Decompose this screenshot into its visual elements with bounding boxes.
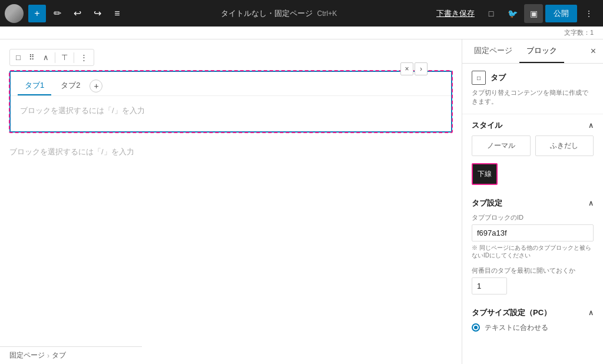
- tab-content-placeholder: ブロックを選択するには「/」を入力: [20, 105, 442, 116]
- style-buttons-group: ノーマル ふきだし: [462, 135, 603, 163]
- tab-settings-header: タブ設定 ∧: [462, 192, 603, 213]
- tab-size-option-1-label: テキストに合わせる: [485, 323, 548, 333]
- tab-nav-button[interactable]: ›: [415, 62, 428, 75]
- tab-headers: タブ1 タブ2 +: [11, 72, 451, 96]
- tab-block-container: × › タブ1 タブ2 + ブロックを選択するには「/」を入力: [9, 71, 452, 133]
- open-tab-input[interactable]: [472, 277, 507, 294]
- panel-close-button[interactable]: ×: [588, 44, 598, 59]
- more-options-icon[interactable]: ⋮: [579, 4, 598, 23]
- outside-block-placeholder: ブロックを選択するには「/」を入力: [9, 142, 452, 162]
- tab-size-label: タブサイズ設定（PC）: [472, 307, 551, 318]
- pen-icon[interactable]: ✏: [48, 5, 66, 22]
- shortcut-text: Ctrl+K: [317, 9, 337, 18]
- save-draft-button[interactable]: 下書き保存: [432, 5, 479, 22]
- block-info-header: □ タブ: [472, 71, 594, 85]
- tab-content: ブロックを選択するには「/」を入力: [11, 96, 451, 131]
- breadcrumb-parent: 固定ページ: [9, 350, 45, 360]
- preview-desktop-icon[interactable]: □: [482, 4, 501, 23]
- tab-size-option-1[interactable]: テキストに合わせる: [462, 323, 603, 337]
- tab-id-hint: ※ 同じページにある他のタブブロックと被らないIDにしてください: [472, 244, 594, 259]
- breadcrumb-bar: 固定ページ › タブ: [0, 346, 142, 364]
- style-section-header: スタイル ∧: [462, 114, 603, 135]
- open-tab-label: 何番目のタブを最初に開いておくか: [472, 266, 594, 275]
- add-block-button[interactable]: +: [28, 5, 46, 22]
- word-count-text: 文字数：1: [564, 28, 594, 37]
- tab-id-input[interactable]: [472, 224, 594, 241]
- block-align-icon[interactable]: ⊤: [58, 51, 71, 64]
- sidebar-toggle-icon[interactable]: ▣: [524, 4, 543, 23]
- tab-add-button[interactable]: +: [90, 80, 102, 92]
- block-title: タブ: [491, 72, 506, 83]
- top-toolbar: + ✏ ↩ ↪ ≡ タイトルなし・固定ページ Ctrl+K 下書き保存 □ 🐦 …: [0, 0, 603, 27]
- style-underline-button[interactable]: 下線: [472, 163, 498, 185]
- block-up-icon[interactable]: ∧: [39, 51, 52, 64]
- toolbar-divider-2: [74, 52, 74, 63]
- tab-settings-label: タブ設定: [472, 198, 502, 209]
- style-chevron-icon[interactable]: ∧: [588, 121, 594, 130]
- block-folder-icon[interactable]: □: [12, 51, 24, 64]
- tab-id-label: タブブロックのID: [472, 213, 594, 222]
- title-area: タイトルなし・固定ページ Ctrl+K: [128, 5, 429, 22]
- tab-block[interactable]: ブロック: [519, 39, 564, 63]
- main-area: □ ⠿ ∧ ⊤ ⋮ × › タブ1 タブ2 + ブロックを選択するには「/」を入…: [0, 39, 603, 364]
- breadcrumb-separator: ›: [47, 352, 49, 360]
- tab-settings-chevron-icon[interactable]: ∧: [588, 199, 594, 207]
- radio-text-fit-icon: [472, 323, 480, 332]
- publish-button[interactable]: 公開: [545, 5, 577, 22]
- panel-tabs: 固定ページ ブロック ×: [462, 39, 603, 64]
- open-tab-field-group: 何番目のタブを最初に開いておくか: [462, 266, 603, 302]
- avatar[interactable]: [5, 4, 24, 23]
- style-label: スタイル: [472, 120, 502, 131]
- toolbar-divider: [55, 52, 55, 63]
- undo-button[interactable]: ↩: [68, 5, 86, 22]
- page-title-text: タイトルなし・固定ページ: [221, 9, 313, 18]
- tab-id-field-group: タブブロックのID ※ 同じページにある他のタブブロックと被らないIDにしてくだ…: [462, 213, 603, 266]
- toolbar-right: 下書き保存 □ 🐦 ▣ 公開 ⋮: [432, 4, 598, 23]
- style-underline-wrapper: 下線: [462, 163, 603, 192]
- block-more-icon[interactable]: ⋮: [77, 51, 91, 64]
- page-title-button[interactable]: タイトルなし・固定ページ Ctrl+K: [214, 5, 344, 22]
- block-description: タブ切り替えコンテンツを簡単に作成できます。: [472, 88, 594, 107]
- tab-fixed-page[interactable]: 固定ページ: [467, 39, 519, 63]
- redo-button[interactable]: ↪: [88, 5, 106, 22]
- breadcrumb-current: タブ: [52, 350, 66, 360]
- tab-block-controls: × ›: [400, 62, 428, 75]
- block-grid-icon[interactable]: ⠿: [25, 51, 38, 64]
- block-info-section: □ タブ タブ切り替えコンテンツを簡単に作成できます。: [462, 64, 603, 114]
- tab-header-2[interactable]: タブ2: [54, 77, 87, 95]
- tab-size-header: タブサイズ設定（PC） ∧: [462, 302, 603, 323]
- style-normal-button[interactable]: ノーマル: [472, 135, 531, 156]
- tab-close-button[interactable]: ×: [400, 62, 413, 75]
- tab-header-1[interactable]: タブ1: [18, 77, 51, 95]
- preview-mobile-icon[interactable]: 🐦: [503, 4, 522, 23]
- right-panel: 固定ページ ブロック × □ タブ タブ切り替えコンテンツを簡単に作成できます。…: [462, 39, 603, 364]
- word-count-bar: 文字数：1: [0, 27, 603, 39]
- style-bubble-button[interactable]: ふきだし: [535, 135, 594, 156]
- editor-area: □ ⠿ ∧ ⊤ ⋮ × › タブ1 タブ2 + ブロックを選択するには「/」を入…: [0, 39, 462, 364]
- block-icon: □: [472, 71, 486, 85]
- tab-size-chevron-icon[interactable]: ∧: [588, 309, 594, 317]
- menu-button[interactable]: ≡: [108, 5, 126, 22]
- block-toolbar: □ ⠿ ∧ ⊤ ⋮: [9, 49, 94, 66]
